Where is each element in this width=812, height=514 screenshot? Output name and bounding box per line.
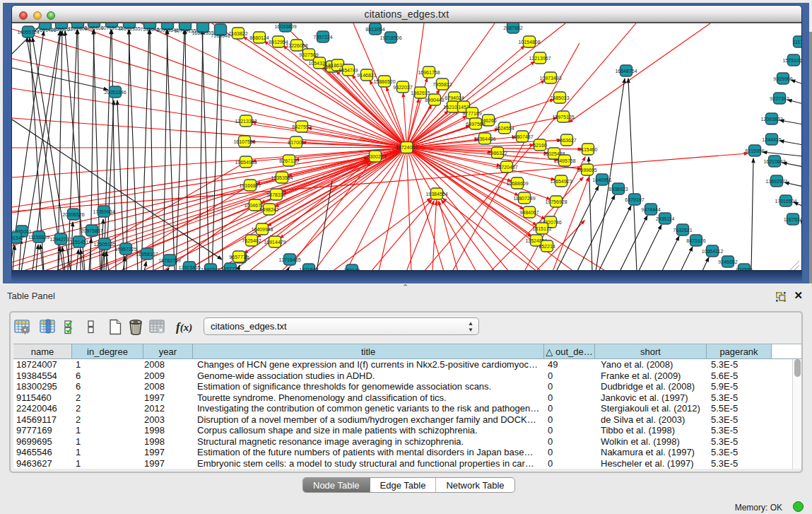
svg-text:9245652: 9245652 bbox=[718, 259, 737, 264]
svg-text:8267130: 8267130 bbox=[279, 158, 298, 163]
svg-text:25300273: 25300273 bbox=[364, 154, 386, 159]
svg-text:19654983: 19654983 bbox=[235, 160, 257, 165]
svg-text:9657771: 9657771 bbox=[220, 267, 240, 271]
svg-text:8660124: 8660124 bbox=[249, 35, 269, 40]
svg-text:5878312: 5878312 bbox=[266, 192, 286, 197]
svg-text:5498242: 5498242 bbox=[259, 207, 278, 212]
svg-text:9329966: 9329966 bbox=[773, 76, 792, 81]
svg-text:10154808: 10154808 bbox=[518, 40, 540, 45]
svg-text:9115460: 9115460 bbox=[579, 147, 598, 152]
svg-text:6379197: 6379197 bbox=[625, 197, 644, 202]
svg-text:18724007: 18724007 bbox=[396, 145, 418, 150]
svg-text:20975867: 20975867 bbox=[81, 228, 102, 233]
svg-text:7632621: 7632621 bbox=[673, 228, 692, 233]
svg-text:17016504: 17016504 bbox=[775, 199, 796, 204]
svg-text:9327509: 9327509 bbox=[299, 52, 318, 57]
svg-text:19756928: 19756928 bbox=[545, 199, 567, 204]
svg-text:12942737: 12942737 bbox=[49, 237, 71, 242]
svg-text:10688609: 10688609 bbox=[506, 181, 528, 186]
svg-text:15886520: 15886520 bbox=[373, 79, 395, 84]
svg-text:12093832: 12093832 bbox=[760, 117, 782, 122]
svg-text:2935114: 2935114 bbox=[656, 216, 675, 221]
svg-text:21364436: 21364436 bbox=[473, 136, 495, 141]
svg-text:12353584: 12353584 bbox=[271, 175, 293, 180]
svg-text:10973493: 10973493 bbox=[539, 76, 561, 81]
svg-text:1244415: 1244415 bbox=[762, 137, 781, 142]
svg-text:16409948: 16409948 bbox=[251, 227, 273, 232]
svg-text:15720407: 15720407 bbox=[495, 165, 517, 170]
svg-text:16914479: 16914479 bbox=[264, 240, 286, 245]
svg-text:391547: 391547 bbox=[12, 235, 24, 240]
svg-text:20053346: 20053346 bbox=[104, 90, 126, 95]
svg-text:1167534: 1167534 bbox=[784, 217, 801, 222]
svg-text:19166827: 19166827 bbox=[239, 183, 261, 188]
svg-text:7986322: 7986322 bbox=[488, 151, 507, 156]
svg-text:16671355: 16671355 bbox=[118, 26, 140, 31]
svg-text:19384554: 19384554 bbox=[425, 192, 447, 197]
svg-text:9322037: 9322037 bbox=[393, 85, 412, 90]
svg-text:7163822: 7163822 bbox=[228, 31, 247, 36]
svg-text:252146: 252146 bbox=[343, 268, 360, 271]
svg-text:12975135: 12975135 bbox=[552, 115, 574, 119]
svg-text:16107556: 16107556 bbox=[233, 139, 255, 144]
svg-text:62160: 62160 bbox=[533, 143, 547, 148]
svg-text:924565: 924565 bbox=[736, 267, 752, 271]
svg-text:13495758: 13495758 bbox=[553, 158, 575, 163]
svg-text:7357224: 7357224 bbox=[313, 35, 332, 40]
svg-text:1362615: 1362615 bbox=[411, 90, 430, 95]
svg-text:9227342: 9227342 bbox=[770, 96, 789, 101]
svg-text:18807249: 18807249 bbox=[513, 196, 535, 201]
svg-text:1640951: 1640951 bbox=[592, 177, 611, 182]
svg-text:8215956: 8215956 bbox=[745, 148, 764, 153]
svg-text:20206526: 20206526 bbox=[62, 212, 84, 217]
svg-text:8990448: 8990448 bbox=[425, 98, 444, 103]
svg-text:6794024: 6794024 bbox=[445, 95, 464, 100]
svg-text:9146821: 9146821 bbox=[357, 73, 376, 78]
svg-text:17359934: 17359934 bbox=[93, 209, 114, 214]
svg-text:12213957: 12213957 bbox=[529, 56, 551, 61]
svg-text:16033809: 16033809 bbox=[274, 24, 296, 29]
svg-text:13226058: 13226058 bbox=[286, 43, 307, 48]
svg-text:8427552: 8427552 bbox=[292, 124, 311, 129]
svg-text:14055724: 14055724 bbox=[17, 30, 39, 35]
svg-text:13692971: 13692971 bbox=[765, 179, 787, 184]
svg-text:19218506: 19218506 bbox=[379, 35, 401, 40]
svg-text:10807487: 10807487 bbox=[511, 134, 533, 139]
svg-text:817006: 817006 bbox=[288, 140, 304, 145]
svg-text:16210643: 16210643 bbox=[763, 159, 785, 164]
svg-text:8471676: 8471676 bbox=[686, 238, 705, 243]
svg-text:7515546: 7515546 bbox=[211, 33, 230, 38]
svg-text:17957225: 17957225 bbox=[114, 247, 136, 252]
svg-text:12213383: 12213383 bbox=[235, 119, 257, 124]
svg-text:10654112: 10654112 bbox=[702, 249, 724, 254]
svg-text:7955812: 7955812 bbox=[433, 82, 452, 87]
svg-text:13716485: 13716485 bbox=[278, 257, 300, 262]
svg-text:9463627: 9463627 bbox=[557, 138, 576, 143]
svg-text:16648764: 16648764 bbox=[615, 69, 637, 74]
svg-text:3624554: 3624554 bbox=[495, 126, 514, 131]
svg-text:252214: 252214 bbox=[539, 244, 555, 249]
svg-text:13654923: 13654923 bbox=[550, 179, 572, 184]
svg-text:7625402: 7625402 bbox=[242, 238, 261, 243]
svg-text:1815172: 1815172 bbox=[532, 226, 551, 231]
svg-text:6497568: 6497568 bbox=[466, 122, 485, 127]
svg-text:15751074: 15751074 bbox=[782, 58, 801, 63]
svg-text:16958107: 16958107 bbox=[136, 252, 158, 257]
svg-text:12505135: 12505135 bbox=[93, 242, 115, 247]
svg-text:1151451: 1151451 bbox=[70, 240, 89, 245]
svg-text:9699695: 9699695 bbox=[577, 168, 596, 173]
svg-text:16782759: 16782759 bbox=[158, 258, 180, 263]
svg-text:11175: 11175 bbox=[793, 40, 801, 45]
svg-text:11156829: 11156829 bbox=[28, 235, 49, 240]
svg-text:9474444: 9474444 bbox=[641, 207, 660, 212]
svg-text:8938923: 8938923 bbox=[608, 187, 628, 192]
svg-text:9777169: 9777169 bbox=[462, 111, 481, 116]
svg-text:2087682: 2087682 bbox=[503, 25, 522, 30]
svg-text:1371648: 1371648 bbox=[299, 267, 318, 271]
svg-text:9484067: 9484067 bbox=[519, 210, 539, 215]
svg-text:1292346: 1292346 bbox=[201, 267, 220, 271]
svg-text:8813054: 8813054 bbox=[365, 27, 384, 32]
svg-text:8454749: 8454749 bbox=[339, 68, 358, 73]
svg-text:16961758: 16961758 bbox=[418, 70, 440, 75]
svg-text:12923465: 12923465 bbox=[178, 265, 200, 270]
